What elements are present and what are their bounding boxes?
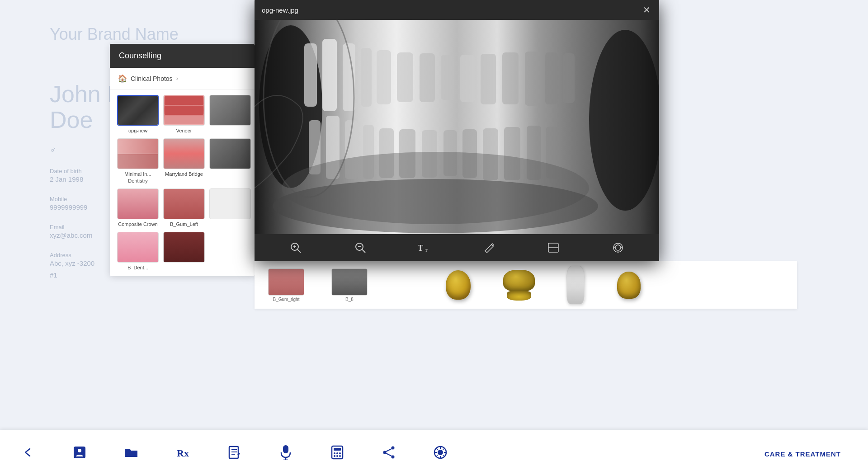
svg-point-51 (78, 449, 81, 452)
home-icon: 🏠 (118, 74, 127, 83)
photo-thumb-pink (117, 232, 159, 263)
svg-rect-11 (460, 55, 475, 102)
svg-point-2 (589, 30, 659, 211)
svg-point-63 (336, 452, 338, 454)
photo-thumb-veneer (163, 95, 205, 126)
zoom-in-button[interactable] (288, 240, 304, 256)
svg-point-67 (339, 455, 341, 457)
notes-nav-button[interactable] (224, 442, 244, 462)
folder-nav-button[interactable] (121, 442, 141, 462)
svg-rect-7 (377, 50, 391, 104)
svg-line-81 (443, 448, 445, 450)
svg-line-36 (297, 249, 301, 253)
address-label: Address (50, 252, 94, 259)
mic-nav-button[interactable] (276, 442, 296, 462)
photo-label-minimal: Minimal In...Dentistry (124, 171, 151, 184)
close-button[interactable]: ✕ (641, 5, 652, 15)
photo-label-composite: Composite Crown (118, 221, 157, 227)
photo-label-pink: B_Dent... (127, 264, 148, 271)
photo-thumb-dark (163, 232, 205, 263)
split-view-button[interactable] (545, 240, 561, 256)
svg-point-69 (383, 451, 387, 454)
photo-item-marryland[interactable]: Marryland Bridge (163, 138, 205, 184)
photo-thumb-minimal (117, 138, 159, 169)
svg-rect-61 (334, 448, 341, 451)
photo-thumb-opg-new (117, 95, 159, 126)
photo-thumb-marryland (163, 138, 205, 169)
svg-point-68 (392, 447, 395, 450)
svg-point-31 (273, 179, 598, 233)
breadcrumb-text[interactable]: Clinical Photos (131, 75, 173, 82)
svg-line-82 (436, 455, 438, 457)
filmstrip-thumb-b8 (331, 268, 368, 296)
filmstrip-item-b8[interactable]: B_8 (331, 268, 368, 302)
dob-label: Date of birth (50, 168, 94, 174)
filmstrip-item-bgum-right[interactable]: B_Gum_right (268, 268, 304, 302)
photo-label-marryland: Marryland Bridge (165, 171, 203, 177)
filmstrip-label-bgum-right: B_Gum_right (273, 297, 300, 302)
svg-point-65 (334, 455, 335, 457)
rx-nav-button[interactable]: Rx (173, 442, 193, 462)
svg-rect-10 (441, 55, 454, 100)
viewer-toolbar: Tт (255, 234, 659, 261)
svg-rect-14 (525, 52, 539, 106)
edit-button[interactable] (481, 240, 497, 256)
email-value: xyz@abc.com (50, 231, 94, 239)
photo-item-pink[interactable]: B_Dent... (117, 232, 159, 271)
image-viewer: opg-new.jpg ✕ (255, 0, 659, 261)
tooth-model-white[interactable] (562, 263, 589, 306)
text-tool-button[interactable]: Tт (416, 240, 433, 256)
back-button[interactable] (18, 442, 38, 462)
photo-item-veneer[interactable]: Veneer (163, 95, 205, 134)
svg-point-70 (392, 456, 395, 459)
svg-line-80 (443, 455, 445, 457)
brand-name: Your Brand Name (50, 25, 179, 44)
viewer-title: opg-new.jpg (262, 6, 298, 14)
tooth-model-gold-bite[interactable] (499, 265, 539, 306)
photo-label-bgum-left: B_Gum_Left (170, 221, 198, 227)
svg-rect-9 (420, 53, 435, 102)
svg-rect-4 (322, 39, 337, 111)
photo-item-opg-new[interactable]: opg-new (117, 95, 159, 134)
care-treatment-label[interactable]: CARE & TREATMENT (764, 450, 841, 458)
svg-rect-6 (361, 48, 372, 107)
tooth-model-gold-1[interactable] (440, 265, 476, 306)
photo-item-bgum-left[interactable]: B_Gum_Left (163, 188, 205, 227)
photo-item-composite[interactable]: Composite Crown (117, 188, 159, 227)
breadcrumb[interactable]: 🏠 Clinical Photos › (110, 68, 255, 89)
svg-text:T: T (418, 244, 423, 253)
address-value: Abc, xyz -3200 (50, 259, 94, 267)
zoom-out-button[interactable] (352, 240, 368, 256)
filmstrip-thumb-bgum-right (268, 268, 304, 296)
photo-item-minimal[interactable]: Minimal In...Dentistry (117, 138, 159, 184)
tooth-model-gold-2[interactable] (612, 266, 646, 304)
svg-rect-16 (563, 53, 575, 103)
svg-point-74 (438, 450, 443, 455)
patient-info: ♂ Date of birth 2 Jan 1998 Mobile 999999… (50, 145, 94, 280)
camera-nav-button[interactable] (430, 442, 450, 462)
svg-text:т: т (425, 246, 428, 253)
svg-line-39 (362, 249, 365, 253)
patient-id: #1 (50, 271, 57, 279)
camera-tool-button[interactable] (610, 240, 626, 256)
patient-nav-button[interactable] (70, 442, 90, 462)
svg-line-79 (436, 448, 438, 450)
viewer-titlebar: opg-new.jpg ✕ (255, 0, 659, 20)
calculator-nav-button[interactable] (327, 442, 347, 462)
svg-rect-12 (481, 54, 496, 104)
gender-icon: ♂ (50, 145, 94, 155)
share-nav-button[interactable] (379, 442, 399, 462)
svg-line-71 (386, 449, 392, 451)
email-label: Email (50, 224, 94, 230)
photo-item-dark[interactable] (163, 232, 205, 271)
photo-label-opg-new: opg-new (128, 127, 147, 134)
svg-rect-15 (545, 52, 558, 104)
svg-point-66 (336, 455, 338, 457)
photo-item-partial2[interactable] (209, 138, 251, 184)
breadcrumb-arrow-icon: › (176, 75, 178, 82)
photo-item-partial[interactable] (209, 95, 251, 134)
xray-image-area (255, 20, 659, 234)
svg-rect-13 (502, 52, 519, 104)
photo-grid: opg-new Veneer Minim (110, 89, 255, 276)
svg-point-64 (339, 452, 341, 454)
